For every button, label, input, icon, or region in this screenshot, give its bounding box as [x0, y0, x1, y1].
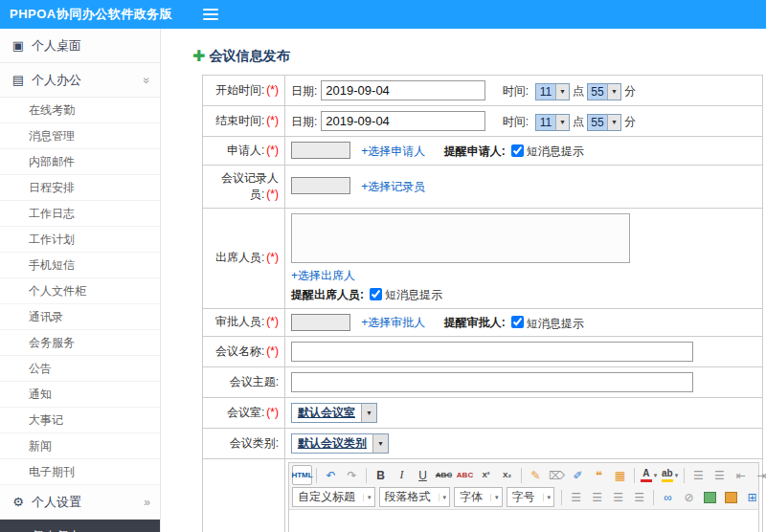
sidebar-item-announcements[interactable]: 公告 [0, 356, 160, 382]
outdent-icon[interactable]: ⇤ [731, 465, 751, 485]
pen-icon[interactable]: ✎ [526, 465, 546, 485]
eraser-icon[interactable]: ⌦ [547, 465, 567, 485]
required-marker: (*) [266, 406, 279, 419]
insert-media-icon[interactable] [721, 487, 741, 507]
attendees-label: 出席人员: [215, 251, 264, 264]
highlight-color-button[interactable]: ab▾ [660, 465, 680, 485]
sidebar-item-office[interactable]: ▤ 个人办公 » [0, 63, 160, 98]
sidebar-item-major-events[interactable]: 大事记 [0, 408, 160, 433]
required-marker: (*) [266, 83, 279, 97]
start-hour-select[interactable]: 11▼ [535, 83, 570, 100]
attendees-sms-checkbox[interactable] [370, 288, 382, 300]
select-attendees-link[interactable]: +选择出席人 [291, 269, 355, 282]
align-left-icon[interactable]: ☰ [566, 487, 586, 507]
start-date-input[interactable] [321, 80, 485, 100]
panel-icon[interactable]: ▦ [610, 465, 630, 485]
format-brush-icon[interactable]: ✐ [568, 465, 588, 485]
sidebar-item-desktop[interactable]: ▣ 个人桌面 [0, 29, 160, 63]
select-approver-link[interactable]: +选择审批人 [361, 316, 425, 329]
sidebar-item-meeting-services[interactable]: 会务服务 [0, 330, 160, 356]
dropdown-arrow-icon: ▼ [555, 84, 569, 100]
plus-icon: ✚ [192, 49, 205, 64]
underline-icon[interactable]: U [413, 465, 433, 485]
sidebar-item-supervision[interactable]: ◎ 督查督办 » [0, 520, 160, 532]
approver-row: 审批人员:(*) +选择审批人 提醒审批人:短消息提示 [203, 308, 763, 337]
sidebar: ▣ 个人桌面 ▤ 个人办公 » 在线考勤 消息管理 内部邮件 日程安排 工作日志… [0, 29, 161, 532]
hour-unit: 点 [573, 115, 584, 128]
sidebar-item-contacts[interactable]: 通讯录 [0, 304, 160, 330]
applicant-row: 申请人:(*) +选择申请人 提醒申请人:短消息提示 [203, 137, 763, 166]
time-label: 时间: [503, 84, 529, 98]
heading-style-select[interactable]: 自定义标题▾ [292, 487, 375, 507]
recorder-input[interactable] [291, 177, 350, 194]
start-minute-select[interactable]: 55▼ [587, 83, 621, 100]
meeting-name-input[interactable] [291, 342, 693, 362]
unlink-icon[interactable]: ⊘ [679, 487, 699, 507]
date-label: 日期: [291, 84, 317, 98]
font-size-select[interactable]: 字号▾ [507, 487, 555, 507]
subscript-icon[interactable]: X₂ [497, 465, 517, 485]
editor-content-area[interactable] [289, 510, 758, 532]
topbar: PHPOA协同办公软件政务版 [0, 0, 766, 29]
blockquote-icon[interactable]: ❝ [589, 465, 609, 485]
select-applicant-link[interactable]: +选择申请人 [361, 144, 425, 158]
insert-table-icon[interactable]: ⊞ [742, 487, 762, 507]
applicant-sms-checkbox[interactable] [511, 144, 524, 157]
align-center-icon[interactable]: ☰ [587, 487, 607, 507]
insert-link-icon[interactable]: ∞ [658, 487, 678, 507]
insert-image-icon[interactable] [700, 487, 720, 507]
attendees-textarea[interactable] [291, 213, 630, 263]
sidebar-item-settings[interactable]: ⚙ 个人设置 » [0, 485, 160, 520]
sidebar-item-messages[interactable]: 消息管理 [0, 123, 160, 149]
hamburger-menu-icon[interactable] [203, 9, 218, 20]
sidebar-item-sms[interactable]: 手机短信 [0, 253, 160, 278]
redo-icon[interactable]: ↷ [342, 465, 362, 485]
undo-icon[interactable]: ↶ [321, 465, 341, 485]
meeting-category-select[interactable]: 默认会议类别▼ [291, 433, 389, 454]
paragraph-format-select[interactable]: 段落格式▾ [379, 487, 451, 507]
gear-icon: ⚙ [10, 495, 27, 509]
dropdown-arrow-icon: ▾ [363, 494, 372, 501]
dropdown-arrow-icon: ▼ [361, 404, 376, 422]
remove-format-icon[interactable]: ABC [455, 465, 475, 485]
required-marker: (*) [266, 315, 279, 328]
sidebar-item-attendance[interactable]: 在线考勤 [0, 98, 160, 123]
approver-sms-checkbox[interactable] [511, 316, 524, 328]
dropdown-arrow-icon: ▾ [543, 494, 552, 501]
meeting-room-select[interactable]: 默认会议室▼ [291, 403, 377, 423]
superscript-icon[interactable]: X² [476, 465, 496, 485]
applicant-input[interactable] [291, 142, 350, 159]
sidebar-item-news[interactable]: 新闻 [0, 433, 160, 459]
end-minute-select[interactable]: 55▼ [587, 114, 621, 131]
align-right-icon[interactable]: ☰ [608, 487, 628, 507]
screen: PHPOA协同办公软件政务版 ▣ 个人桌面 ▤ 个人办公 » 在线考勤 消息管理… [0, 0, 766, 532]
italic-icon[interactable]: I [392, 465, 412, 485]
sidebar-item-internal-mail[interactable]: 内部邮件 [0, 149, 160, 175]
select-recorder-link[interactable]: +选择记录员 [361, 180, 425, 193]
font-color-button[interactable]: A▾ [639, 465, 659, 485]
end-date-input[interactable] [321, 111, 485, 131]
sidebar-item-file-cabinet[interactable]: 个人文件柜 [0, 278, 160, 304]
meeting-topic-input[interactable] [291, 372, 693, 392]
end-hour-select[interactable]: 11▼ [535, 114, 570, 131]
dropdown-arrow-icon: ▾ [439, 494, 447, 501]
strikethrough-icon[interactable]: ABC [434, 465, 454, 485]
sidebar-item-schedule[interactable]: 日程安排 [0, 175, 160, 201]
sms-label: 短消息提示 [527, 316, 584, 329]
sidebar-item-e-journal[interactable]: 电子期刊 [0, 459, 160, 485]
bold-icon[interactable]: B [371, 465, 391, 485]
html-source-button[interactable]: HTML [292, 465, 312, 485]
approver-input[interactable] [291, 314, 350, 331]
hour-unit: 点 [573, 84, 584, 98]
ordered-list-icon[interactable]: ☰ [688, 465, 709, 485]
sidebar-item-work-plan[interactable]: 工作计划 [0, 227, 160, 253]
sidebar-item-work-log[interactable]: 工作日志 [0, 201, 160, 227]
unordered-list-icon[interactable]: ☰ [710, 465, 730, 485]
align-justify-icon[interactable]: ☰ [629, 487, 649, 507]
meeting-content-row: HTML ↶ ↷ B I U ABC ABC X² [203, 459, 763, 532]
sidebar-item-notices[interactable]: 通知 [0, 382, 160, 408]
indent-icon[interactable]: ⇥ [752, 465, 766, 485]
font-family-select[interactable]: 字体▾ [454, 487, 503, 507]
minute-unit: 分 [624, 84, 636, 98]
time-label: 时间: [503, 115, 529, 128]
